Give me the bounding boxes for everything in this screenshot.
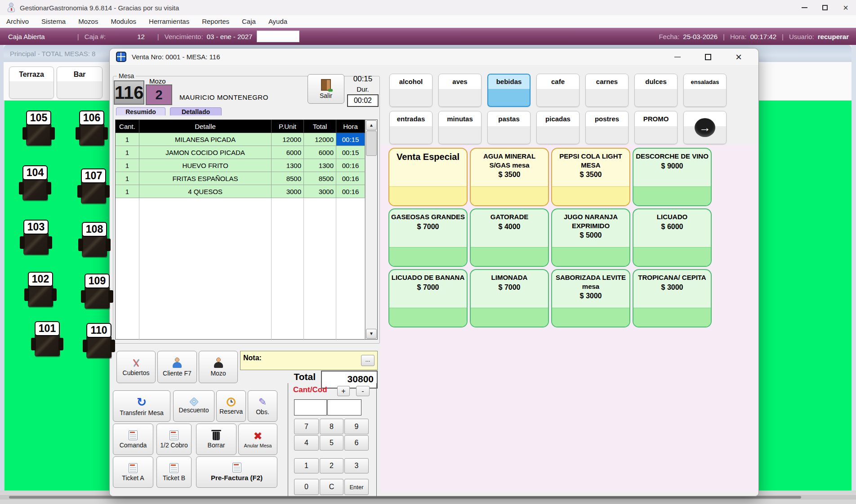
mesa-103[interactable]: 103 <box>17 220 55 255</box>
menu-item-ayuda[interactable]: Ayuda <box>262 18 294 25</box>
product-tropicana-cepita[interactable]: TROPICANA/ CEPITA$ 3000 <box>633 269 712 327</box>
product-licuado-banana[interactable]: LICUADO DE BANANA$ 7000 <box>388 269 468 327</box>
tab-bar[interactable]: Bar <box>57 66 103 99</box>
numpad-6[interactable]: 6 <box>344 435 369 451</box>
close-button[interactable]: × <box>835 0 856 15</box>
scrollbar-thumb[interactable] <box>366 131 377 156</box>
venta-minimize-button[interactable] <box>662 49 693 66</box>
category-ensaladas[interactable]: ensaladas <box>683 74 727 107</box>
category-postres[interactable]: postres <box>585 111 629 144</box>
nota-field[interactable]: Nota: ... <box>240 351 378 370</box>
menu-item-sistema[interactable]: Sistema <box>35 18 72 25</box>
category-cafe[interactable]: cafe <box>536 74 580 107</box>
mozo-button[interactable]: Mozo <box>199 351 238 383</box>
minimize-button[interactable] <box>794 0 815 15</box>
cant-input[interactable] <box>294 399 327 416</box>
product-saborizada-levite[interactable]: SABORIZADA LEVITE mesa$ 3000 <box>551 269 630 327</box>
ticket-b-button[interactable]: Ticket B <box>156 456 192 488</box>
menu-item-modulos[interactable]: Modulos <box>104 18 143 25</box>
cell-detalle: 4 QUESOS <box>139 185 272 198</box>
comanda-button[interactable]: Comanda <box>113 424 153 455</box>
product-jugo-naranja[interactable]: JUGO NARANJA EXPRIMIDO$ 5000 <box>551 208 630 267</box>
numpad-c[interactable]: C <box>320 479 343 495</box>
document-icon <box>129 463 138 473</box>
caja-num-label: Caja #: <box>85 33 106 40</box>
product-licuado[interactable]: LICUADO$ 6000 <box>633 208 712 267</box>
anular-mesa-button[interactable]: ✖ Anular Mesa <box>238 424 277 455</box>
cubiertos-button[interactable]: Cubiertos <box>116 351 156 383</box>
numpad-8[interactable]: 8 <box>320 419 343 434</box>
vencimiento-input[interactable] <box>257 31 299 42</box>
product-limonada[interactable]: LIMONADA$ 7000 <box>470 269 549 327</box>
tab-detallado[interactable]: Detallado <box>170 107 222 115</box>
descuento-button[interactable]: Descuento <box>173 390 214 422</box>
numpad-0[interactable]: 0 <box>294 479 319 495</box>
cell-hora-selected: 00:15 <box>336 133 365 146</box>
venta-close-button[interactable]: × <box>723 49 754 66</box>
category-picadas[interactable]: picadas <box>536 111 580 144</box>
reserva-button[interactable]: Reserva <box>216 390 246 422</box>
obs-button[interactable]: ✎ Obs. <box>248 390 277 422</box>
minus-button[interactable]: - <box>356 386 370 396</box>
nota-more-button[interactable]: ... <box>361 355 374 366</box>
mesa-104[interactable]: 104 <box>16 165 54 200</box>
category-dulces[interactable]: dulces <box>634 74 678 107</box>
mesa-105[interactable]: 105 <box>19 111 58 146</box>
numpad-3[interactable]: 3 <box>344 458 369 473</box>
mesa-101[interactable]: 101 <box>28 321 67 356</box>
cod-input[interactable] <box>327 399 361 416</box>
cell-hora: 00:16 <box>336 172 365 185</box>
medio-cobro-button[interactable]: 1/2 Cobro <box>156 424 192 455</box>
product-venta-especial[interactable]: Venta Especial <box>388 148 468 206</box>
borrar-button[interactable]: Borrar <box>196 424 236 455</box>
order-row[interactable]: 1 4 QUESOS 3000 3000 00:16 <box>116 185 377 198</box>
product-descorche-vino[interactable]: DESCORCHE DE VINO$ 9000 <box>633 148 712 206</box>
product-agua-mineral[interactable]: AGUA MINERAL S/GAS mesa$ 3500 <box>470 148 549 206</box>
maximize-button[interactable] <box>815 0 835 15</box>
numpad-1[interactable]: 1 <box>294 458 319 473</box>
menu-item-caja[interactable]: Caja <box>236 18 262 25</box>
numpad-7[interactable]: 7 <box>294 419 319 434</box>
plus-button[interactable]: + <box>337 386 350 396</box>
order-row[interactable]: 1 HUEVO FRITO 1300 1300 00:16 <box>116 159 377 172</box>
mesa-106[interactable]: 106 <box>72 111 111 146</box>
category-aves[interactable]: aves <box>438 74 482 107</box>
venta-maximize-button[interactable] <box>693 49 723 66</box>
category-bebidas[interactable]: bebidas <box>487 74 531 107</box>
transferir-mesa-button[interactable]: ↻ Transferir Mesa <box>113 390 170 422</box>
ticket-a-button[interactable]: Ticket A <box>113 456 153 488</box>
numpad-2[interactable]: 2 <box>320 458 343 473</box>
category-pastas[interactable]: pastas <box>487 111 531 144</box>
category-alcohol[interactable]: alcohol <box>389 74 432 107</box>
numpad-5[interactable]: 5 <box>320 435 343 451</box>
numpad-9[interactable]: 9 <box>344 419 369 434</box>
tab-terraza[interactable]: Terraza <box>9 66 54 99</box>
menu-item-herramientas[interactable]: Herramientas <box>143 18 196 25</box>
category-promo[interactable]: PROMO <box>634 111 678 144</box>
scroll-up-icon[interactable]: ▲ <box>366 120 377 130</box>
mesa-107[interactable]: 107 <box>74 168 113 203</box>
numpad-enter[interactable]: Enter <box>344 479 369 495</box>
mesa-108[interactable]: 108 <box>75 222 114 257</box>
numpad-4[interactable]: 4 <box>294 435 319 451</box>
menu-item-reportes[interactable]: Reportes <box>196 18 236 25</box>
salir-button[interactable]: Salir <box>308 74 344 104</box>
cliente-button[interactable]: Cliente F7 <box>157 351 197 383</box>
mesa-102[interactable]: 102 <box>21 272 60 307</box>
category-entradas[interactable]: entradas <box>389 111 432 144</box>
order-row[interactable]: 1 MILANESA PICADA 12000 12000 00:15 <box>116 133 377 146</box>
product-pepsi-light[interactable]: PEPSI COLA LIGHT MESA$ 3500 <box>551 148 630 206</box>
menu-item-archivo[interactable]: Archivo <box>0 18 35 25</box>
grid-scrollbar[interactable]: ▲ ▼ <box>365 120 377 339</box>
tab-resumido[interactable]: Resumido <box>116 107 165 115</box>
category-minutas[interactable]: minutas <box>438 111 482 144</box>
prefactura-button[interactable]: Pre-Factura (F2) <box>196 456 277 488</box>
menu-item-mozos[interactable]: Mozos <box>72 18 104 25</box>
category-carnes[interactable]: carnes <box>585 74 629 107</box>
order-row[interactable]: 1 JAMON COCIDO PICADA 6000 6000 00:15 <box>116 146 377 159</box>
next-page-button[interactable]: → <box>683 111 727 144</box>
scroll-down-icon[interactable]: ▼ <box>366 329 377 339</box>
order-row[interactable]: 1 FRITAS ESPAÑOLAS 8500 8500 00:16 <box>116 172 377 185</box>
product-gaseosas-grandes[interactable]: GASEOSAS GRANDES$ 7000 <box>388 208 468 267</box>
product-gatorade[interactable]: GATORADE$ 4000 <box>470 208 549 267</box>
